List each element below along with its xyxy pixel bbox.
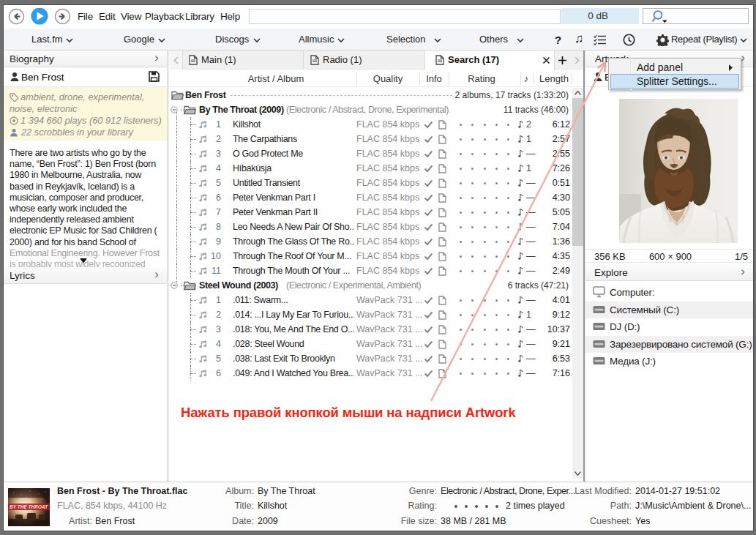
svg-text:BY THE THROAT: BY THE THROAT — [10, 504, 48, 509]
